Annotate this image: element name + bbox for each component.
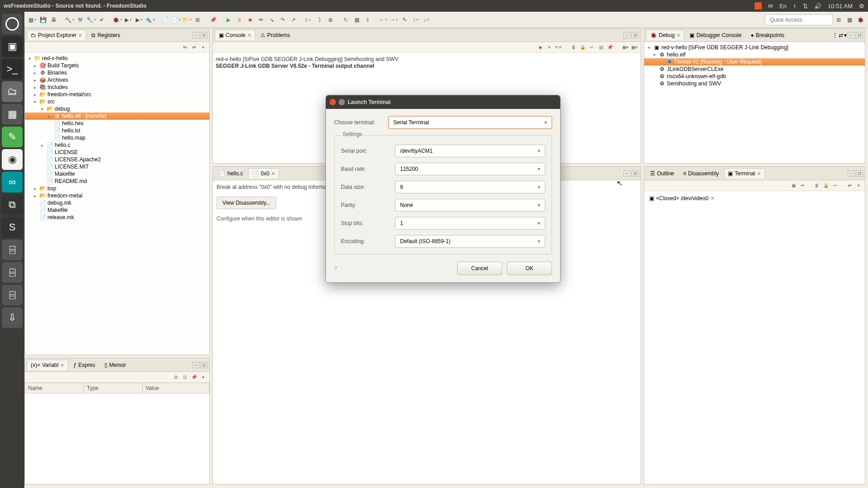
- minimize-view-button[interactable]: –: [848, 170, 855, 177]
- open-type-button[interactable]: 📄: [160, 15, 170, 25]
- text-editor-icon[interactable]: ✎: [2, 127, 23, 147]
- pin-console-button[interactable]: 📌: [606, 44, 613, 51]
- tree-bsp[interactable]: ▸📂bsp: [25, 185, 209, 192]
- app-icon-2[interactable]: ⧉: [2, 194, 23, 215]
- minimize-view-button[interactable]: –: [623, 170, 631, 177]
- terminal-app-icon[interactable]: ▣: [2, 36, 23, 57]
- stop-bits-combo[interactable]: 1▾: [395, 217, 545, 230]
- column-type[interactable]: Type: [84, 383, 142, 394]
- dialog-minimize-button[interactable]: [339, 99, 345, 105]
- collapse-all-button[interactable]: ⇆: [181, 44, 189, 51]
- menu-button[interactable]: ▾: [199, 374, 207, 381]
- tree-includes[interactable]: ▸📚Includes: [25, 84, 209, 91]
- word-wrap-button[interactable]: ↩: [588, 44, 595, 51]
- debug-button[interactable]: 🐞: [112, 15, 122, 25]
- close-icon[interactable]: ✕: [757, 171, 761, 177]
- suspend-button[interactable]: ⏸: [234, 15, 244, 25]
- tree-license[interactable]: 📄LICENSE: [25, 149, 209, 156]
- tree-archives[interactable]: ▸📦Archives: [25, 76, 209, 84]
- variables-table[interactable]: Name Type Value: [25, 383, 209, 394]
- debug-jlink-server[interactable]: ⚙JLinkGDBServerCLExe: [644, 66, 865, 73]
- drop-frame-button[interactable]: ⤵: [315, 15, 325, 25]
- last-edit-button[interactable]: ✎: [400, 15, 410, 25]
- terminate-button[interactable]: ■: [245, 15, 255, 25]
- debug-thread-1[interactable]: 🧵Thread #1 (Running : User Request): [644, 58, 865, 66]
- view-disassembly-button[interactable]: View Disassembly...: [217, 197, 276, 209]
- collapse-button[interactable]: ⊟: [181, 374, 189, 381]
- tab-variables[interactable]: (x)=Variabl✕: [27, 360, 68, 370]
- tree-hello-hex[interactable]: 📄hello.hex: [25, 120, 209, 127]
- tree-release-mk[interactable]: 📄release.mk: [25, 214, 209, 221]
- save-button[interactable]: 💾: [38, 15, 48, 25]
- quick-access-input[interactable]: [765, 14, 833, 25]
- step-filters-button[interactable]: ≣: [326, 15, 335, 25]
- show-type-button[interactable]: ⊞: [172, 374, 179, 381]
- disconnect-button[interactable]: ⚮: [256, 15, 266, 25]
- debug-gdb[interactable]: ⚙riscv64-unknown-elf-gdb: [644, 73, 865, 80]
- clock[interactable]: 10:51 AM: [828, 3, 853, 9]
- tree-freedom-metal[interactable]: ▸📂freedom-metal: [25, 192, 209, 199]
- tree-debug[interactable]: ▾📂debug: [25, 105, 209, 113]
- close-icon[interactable]: ✕: [78, 33, 82, 38]
- maximize-view-button[interactable]: ◻: [200, 362, 208, 368]
- files-app-icon[interactable]: 🗂: [2, 81, 23, 102]
- configure-message[interactable]: Configure when this editor is shown: [217, 216, 302, 222]
- encoding-combo[interactable]: Default (ISO-8859-1)▾: [395, 235, 545, 248]
- step-return-button[interactable]: ↗: [288, 15, 298, 25]
- debug-semihosting[interactable]: ⚙Semihosting and SWV: [644, 80, 865, 87]
- run-button[interactable]: ▶: [123, 15, 133, 25]
- tree-hello-lst[interactable]: 📄hello.lst: [25, 127, 209, 134]
- pin-button[interactable]: 📌: [208, 15, 218, 25]
- step-over-button[interactable]: ↷: [278, 15, 288, 25]
- scroll-lock-button[interactable]: 🔒: [579, 44, 586, 51]
- forward-button[interactable]: →: [389, 15, 399, 25]
- tab-hello-c[interactable]: 📄hello.c: [215, 168, 247, 178]
- mail-icon[interactable]: ✉: [768, 3, 773, 9]
- restart-button[interactable]: ↻: [341, 15, 351, 25]
- open-console-button[interactable]: ▣▾: [631, 44, 638, 51]
- close-icon[interactable]: ✕: [247, 33, 251, 38]
- wrap-terminal-button[interactable]: ↩: [831, 182, 839, 189]
- tree-freedom-metal-src[interactable]: ▸📂freedom-metal/src: [25, 91, 209, 98]
- tree-hello-map[interactable]: 📄hello.map: [25, 134, 209, 141]
- tree-makefile-2[interactable]: 📄Makefile: [25, 206, 209, 214]
- tab-outline[interactable]: ☰Outline: [646, 168, 678, 178]
- profile-button[interactable]: ▶: [134, 15, 144, 25]
- tab-debugger-console[interactable]: ▣Debugger Console: [685, 30, 745, 40]
- toggle-button[interactable]: ⊞: [193, 15, 203, 25]
- minimize-view-button[interactable]: –: [192, 32, 199, 38]
- external-tools-button[interactable]: 🔩: [145, 15, 155, 25]
- close-icon[interactable]: ✕: [60, 362, 64, 368]
- link-editor-button[interactable]: ⇄: [190, 44, 198, 51]
- dialog-titlebar[interactable]: Launch Terminal: [326, 95, 560, 109]
- settings-gear-icon[interactable]: ⚙: [859, 3, 864, 9]
- project-tree[interactable]: ▾📁red-v-hello ▸🎯Build Targets ▸⚙Binaries…: [25, 53, 209, 355]
- debug-link-button[interactable]: ⇄: [839, 32, 843, 38]
- new-terminal-button[interactable]: ▣: [790, 182, 797, 189]
- annotation-prev-button[interactable]: ↑: [410, 15, 420, 25]
- tree-debug-mk[interactable]: 📄debug.mk: [25, 199, 209, 206]
- dialog-close-button[interactable]: [330, 99, 336, 105]
- pin-button[interactable]: 📌: [190, 374, 198, 381]
- annotation-next-button[interactable]: ↓: [421, 15, 431, 25]
- maximize-view-button[interactable]: ◻: [856, 32, 863, 38]
- app-icon[interactable]: ▦: [2, 104, 23, 125]
- tree-hello-elf[interactable]: ▸⚙hello.elf - [none/le]: [25, 113, 209, 120]
- maximize-view-button[interactable]: ◻: [632, 170, 639, 177]
- chrome-icon[interactable]: ◉: [2, 149, 23, 170]
- tree-binaries[interactable]: ▸⚙Binaries: [25, 69, 209, 76]
- tab-0x0[interactable]: 📄0x0✕: [248, 168, 279, 178]
- cpp-perspective-button[interactable]: ▦: [844, 15, 854, 25]
- terminal-menu-button[interactable]: ▾: [855, 182, 862, 189]
- data-size-combo[interactable]: 8▾: [395, 181, 545, 193]
- maximize-view-button[interactable]: ◻: [632, 32, 639, 38]
- tree-build-targets[interactable]: ▸🎯Build Targets: [25, 62, 209, 69]
- tree-license-apache[interactable]: 📄LICENSE.Apache2: [25, 156, 209, 163]
- tree-license-mit[interactable]: 📄LICENSE.MIT: [25, 163, 209, 170]
- tab-debug[interactable]: 🐞Debug✕: [646, 30, 684, 40]
- column-name[interactable]: Name: [25, 383, 84, 394]
- tree-makefile[interactable]: 📄Makefile: [25, 170, 209, 178]
- arduino-icon[interactable]: ∞: [2, 172, 23, 192]
- tree-hello-c[interactable]: ▸📄hello.c: [25, 141, 209, 149]
- show-output-button[interactable]: ▤: [597, 44, 604, 51]
